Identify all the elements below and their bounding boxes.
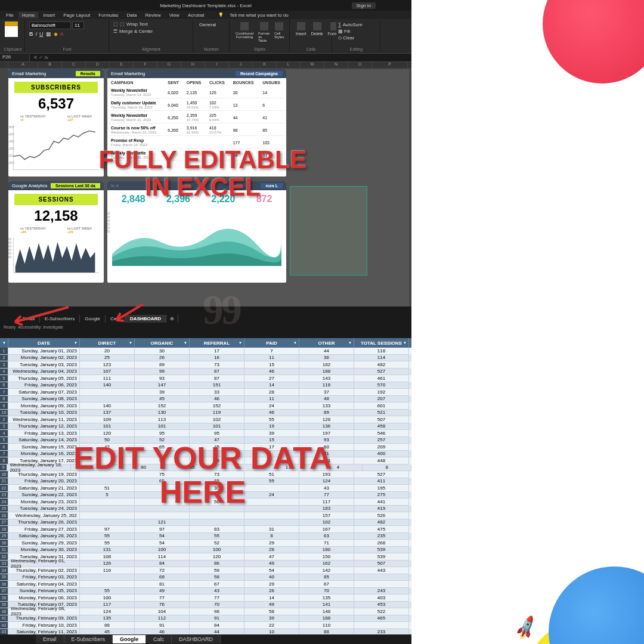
excel-window-top: Marketing Dashboard Template.xlsx - Exce… (0, 0, 411, 331)
number-format-dropdown[interactable]: General (197, 21, 225, 28)
sources-card: le Arces L 2,8482,3962,220872 6005004003… (107, 181, 286, 283)
data-table-body[interactable]: 1Sunday, January 01, 20232030177441182Mo… (0, 348, 411, 636)
red-circle-decoration (543, 0, 644, 83)
autosum-button[interactable]: ∑ AutoSum (336, 21, 376, 28)
insert-button[interactable]: Insert (294, 21, 308, 36)
font-size-input[interactable] (72, 21, 84, 29)
rocket-icon: 🚀 (512, 614, 540, 642)
menu-file[interactable]: File (2, 12, 17, 18)
subscribers-chart: 6,8006,6006,4006,2006,0005,800 (13, 125, 99, 170)
arrow-icon (107, 301, 149, 325)
selected-cell-range[interactable] (290, 186, 367, 275)
delete-button[interactable]: Delete (309, 21, 325, 36)
menu-data[interactable]: Data (123, 12, 141, 18)
fx-icon[interactable]: ✕ ✓ fx (30, 55, 52, 60)
font-name-input[interactable] (29, 21, 71, 29)
tab-dashboard[interactable]: DASHBOARD (172, 635, 221, 643)
planet-decoration (549, 566, 644, 644)
format-table-button[interactable]: Format as Table (256, 21, 271, 43)
italic-button[interactable]: I (36, 31, 38, 37)
sign-in-button[interactable]: Sign in (352, 2, 376, 9)
menu-acrobat[interactable]: Acrobat (184, 12, 208, 18)
arrow-icon (6, 304, 72, 328)
promo-panel: AUTO CHANGE DASHBOARD ENTER YOUR DATA'HE… (411, 0, 644, 644)
fill-color-button[interactable]: ◆ (54, 31, 58, 37)
cond-format-button[interactable]: Conditional Formatting (234, 21, 255, 43)
menu-review[interactable]: Review (141, 12, 164, 18)
campaigns-table: CAMPAIGNSENTOPENSCLICKSBOUNCESUNSUBS Wee… (107, 78, 286, 162)
ribbon: Clipboard B I U ▦ ◆ A Font (0, 19, 411, 54)
font-color-button[interactable]: A (60, 31, 64, 37)
new-sheet-button[interactable]: ⊕ (166, 315, 178, 323)
menu-formulas[interactable]: Formulas (95, 12, 122, 18)
border-button[interactable]: ▦ (46, 31, 51, 37)
fill-button[interactable]: ▦ Fill (336, 28, 376, 35)
tab-calc[interactable]: Calc (146, 635, 172, 643)
menu-view[interactable]: View (166, 12, 183, 18)
cell-styles-button[interactable]: Cell Styles (273, 21, 286, 43)
align-top-icon[interactable]: ⬚ (113, 21, 118, 27)
menu-insert[interactable]: Insert (39, 12, 58, 18)
paste-icon[interactable] (5, 21, 18, 37)
tell-me[interactable]: 💡 Tell me what you want to do (215, 11, 296, 19)
align-mid-icon[interactable]: ⬚ (120, 21, 125, 27)
sources-chart: 6005004003002001000 (112, 212, 281, 265)
underline-button[interactable]: U (39, 31, 44, 37)
clear-button[interactable]: ◇ Clear (336, 35, 376, 41)
menu-page-layout[interactable]: Page Layout (60, 12, 94, 18)
subscribers-label: SUBSCRIBERS (14, 82, 98, 93)
menu-home[interactable]: Home (18, 12, 38, 18)
sessions-card: Google AnalyticsSessions Last 30 da SESS… (8, 181, 104, 283)
tab-email[interactable]: Email (36, 635, 64, 643)
merge-center-button[interactable]: Merge & Center (119, 29, 153, 34)
window-title: Marketing Dashboard Template.xlsx - Exce… (160, 3, 252, 8)
titlebar: Marketing Dashboard Template.xlsx - Exce… (0, 0, 411, 11)
tab-google[interactable]: Google (113, 635, 146, 643)
subscribers-value: 6,537 (8, 94, 104, 113)
menu-bar: File Home Insert Page Layout Formulas Da… (0, 11, 411, 19)
watermark: 99 (203, 286, 240, 334)
tab-google[interactable]: Google (80, 315, 106, 323)
data-table-header: DATEDIRECTORGANICREFERRALPAIDOTHERTOTAL … (0, 338, 411, 348)
formula-bar: P26 ✕ ✓ fx (0, 54, 411, 62)
sessions-chart: 600500400300200100 (13, 237, 99, 273)
sheet-tabs-bottom: Email E-Subscribers Google Calc DASHBOAR… (0, 634, 411, 644)
align-left-icon[interactable]: ☰ (113, 29, 117, 34)
column-headers: ABCDEFGHIJKLMNOP (0, 62, 411, 68)
excel-window-bottom: DATEDIRECTORGANICREFERRALPAIDOTHERTOTAL … (0, 331, 411, 644)
bold-button[interactable]: B (29, 31, 33, 37)
campaigns-card: Email MarketingRecent Campaigns CAMPAIGN… (107, 69, 286, 177)
tab-esubscribers[interactable]: E-Subscribers (64, 635, 113, 643)
name-box[interactable]: P26 (0, 54, 30, 61)
wrap-text-button[interactable]: Wrap Text (126, 21, 148, 27)
subscribers-card: Email MarketingResults SUBSCRIBERS 6,537… (8, 69, 104, 177)
